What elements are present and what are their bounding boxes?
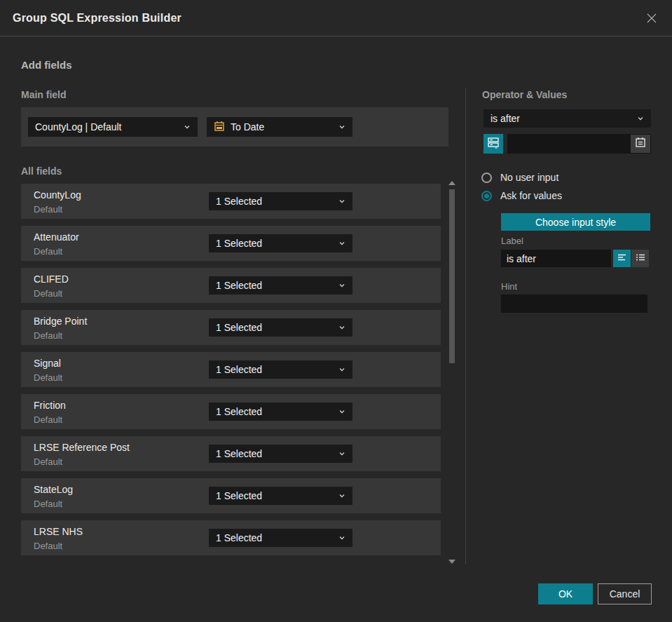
- radio-circle-icon: [481, 173, 492, 183]
- field-row: Attenuator Default 1 Selected: [21, 226, 441, 261]
- field-selection-value: 1 Selected: [216, 532, 262, 543]
- dialog-title: Group SQL Expression Builder: [13, 12, 181, 25]
- field-selection-dropdown[interactable]: 1 Selected: [209, 529, 352, 547]
- field-name: Attenuator: [34, 231, 79, 243]
- align-left-icon: [617, 252, 627, 265]
- field-subtitle: Default: [34, 457, 62, 467]
- choose-input-style-button[interactable]: Choose input style: [501, 213, 650, 231]
- hint-input[interactable]: [501, 295, 647, 313]
- add-fields-heading: Add fields: [21, 59, 72, 71]
- field-selection-value: 1 Selected: [216, 196, 262, 207]
- operator-values-heading: Operator & Values: [482, 89, 567, 100]
- chevron-down-icon: [338, 366, 345, 373]
- scrollbar-down-arrow-icon[interactable]: [448, 560, 455, 564]
- label-caption: Label: [501, 236, 523, 246]
- field-subtitle: Default: [34, 288, 62, 299]
- scrollbar-thumb[interactable]: [449, 189, 455, 363]
- field-selection-dropdown[interactable]: 1 Selected: [209, 276, 352, 295]
- field-selection-value: 1 Selected: [216, 322, 262, 333]
- label-input[interactable]: [501, 250, 611, 267]
- chevron-down-icon: [338, 492, 345, 499]
- field-selection-dropdown[interactable]: 1 Selected: [209, 360, 352, 379]
- date-type-select[interactable]: To Date: [207, 117, 352, 137]
- field-row: LRSE Reference Post Default 1 Selected: [21, 436, 441, 471]
- list-input-style-button[interactable]: [631, 250, 649, 267]
- field-subtitle: Default: [34, 414, 62, 425]
- chevron-down-icon: [338, 450, 345, 457]
- field-name: LRSE Reference Post: [34, 442, 130, 453]
- field-subtitle: Default: [34, 372, 62, 383]
- chevron-down-icon: [338, 123, 345, 130]
- field-row: Signal Default 1 Selected: [21, 352, 441, 387]
- scrollbar-up-arrow-icon[interactable]: [448, 181, 455, 185]
- field-selection-dropdown[interactable]: 1 Selected: [209, 234, 352, 252]
- field-subtitle: Default: [34, 204, 62, 215]
- field-name: CLIFED: [34, 273, 69, 285]
- main-field-select-value: CountyLog | Default: [35, 121, 122, 133]
- operator-select-value: is after: [491, 113, 520, 124]
- date-type-select-value: To Date: [231, 121, 264, 133]
- panel-divider: [465, 88, 466, 564]
- scrollbar[interactable]: [446, 180, 456, 565]
- field-selection-value: 1 Selected: [216, 490, 262, 501]
- field-row: CLIFED Default 1 Selected: [21, 268, 441, 303]
- dialog-titlebar: Group SQL Expression Builder: [0, 0, 672, 36]
- main-field-heading: Main field: [21, 89, 67, 100]
- field-name: CountyLog: [34, 189, 81, 201]
- field-selection-dropdown[interactable]: 1 Selected: [209, 403, 352, 421]
- field-row: Friction Default 1 Selected: [21, 394, 441, 429]
- all-fields-heading: All fields: [21, 165, 62, 177]
- close-icon[interactable]: [644, 11, 659, 26]
- main-field-panel: CountyLog | Default To Date: [21, 107, 448, 147]
- field-subtitle: Default: [34, 541, 62, 551]
- chevron-down-icon: [338, 324, 345, 331]
- field-selection-dropdown[interactable]: 1 Selected: [209, 445, 352, 463]
- field-selection-value: 1 Selected: [216, 280, 262, 291]
- list-icon: [636, 252, 645, 265]
- field-selection-dropdown[interactable]: 1 Selected: [209, 318, 352, 337]
- chevron-down-icon: [184, 123, 191, 130]
- field-selection-dropdown[interactable]: 1 Selected: [209, 192, 352, 210]
- radio-ask-for-values-label: Ask for values: [500, 190, 562, 201]
- radio-circle-selected-icon: [481, 191, 492, 201]
- hint-caption: Hint: [501, 281, 517, 292]
- field-name: LRSE NHS: [34, 526, 83, 537]
- all-fields-list: CountyLog Default 1 Selected Attenuator …: [21, 184, 441, 555]
- field-row: StateLog Default 1 Selected: [21, 478, 441, 513]
- chevron-down-icon: [338, 408, 345, 415]
- field-selection-value: 1 Selected: [216, 406, 262, 417]
- chevron-down-icon: [338, 198, 345, 205]
- chevron-down-icon: [338, 282, 345, 289]
- main-field-select[interactable]: CountyLog | Default: [28, 117, 198, 137]
- field-name: Signal: [34, 358, 61, 369]
- text-input-style-button[interactable]: [613, 250, 631, 267]
- chevron-down-icon: [338, 534, 345, 541]
- calendar-icon: [214, 121, 225, 134]
- field-subtitle: Default: [34, 246, 62, 257]
- field-subtitle: Default: [34, 330, 62, 341]
- field-name: Bridge Point: [34, 316, 87, 327]
- field-row: Bridge Point Default 1 Selected: [21, 310, 441, 345]
- field-row: LRSE NHS Default 1 Selected: [21, 520, 441, 555]
- ok-button[interactable]: OK: [538, 583, 593, 604]
- field-name: StateLog: [34, 484, 73, 495]
- field-selection-value: 1 Selected: [216, 238, 262, 249]
- field-subtitle: Default: [34, 499, 62, 509]
- operator-select[interactable]: is after: [484, 109, 651, 128]
- chevron-down-icon: [338, 240, 345, 247]
- calendar-icon: [635, 137, 646, 151]
- switch-input-type-button[interactable]: [484, 134, 503, 154]
- radio-no-user-input[interactable]: No user input: [481, 172, 558, 183]
- stacked-values-icon: [487, 136, 500, 151]
- value-input[interactable]: [507, 134, 651, 154]
- field-selection-value: 1 Selected: [216, 448, 262, 459]
- date-picker-button[interactable]: [631, 135, 650, 153]
- cancel-button[interactable]: Cancel: [598, 583, 652, 604]
- field-selection-dropdown[interactable]: 1 Selected: [209, 487, 352, 505]
- field-name: Friction: [34, 400, 66, 411]
- field-selection-value: 1 Selected: [216, 364, 262, 375]
- field-row: CountyLog Default 1 Selected: [21, 184, 441, 219]
- radio-no-user-input-label: No user input: [500, 172, 558, 183]
- radio-ask-for-values[interactable]: Ask for values: [481, 190, 562, 201]
- chevron-down-icon: [637, 115, 644, 122]
